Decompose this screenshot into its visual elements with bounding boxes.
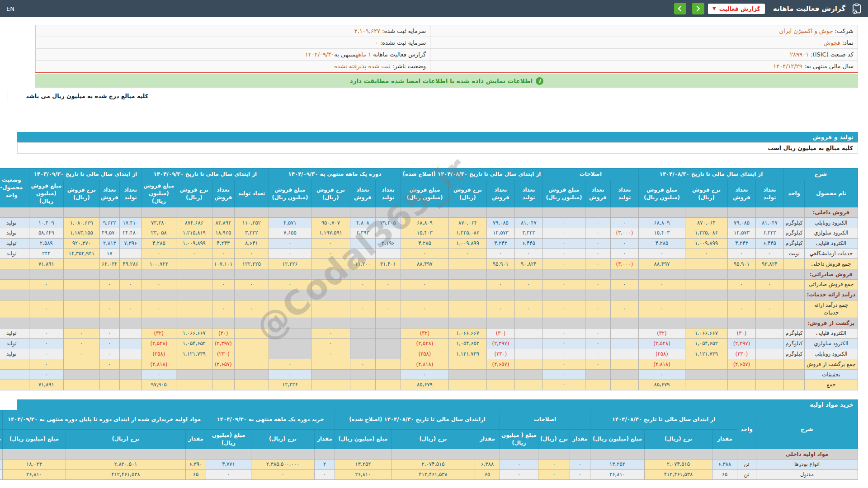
value-cell: ۰: [585, 228, 610, 238]
info-field: شرکت: جوش و اکسیژن ایران: [430, 25, 858, 37]
value-cell: [269, 338, 311, 349]
section-cell: [685, 290, 727, 300]
value-cell: ۰: [29, 328, 63, 338]
section-cell: [727, 318, 755, 328]
value-cell: (۳۲): [638, 328, 685, 338]
value-cell: [448, 259, 486, 269]
value-cell: [234, 380, 269, 390]
section-title: مواد اولیه داخلی: [756, 449, 858, 460]
value-cell: ۰: [401, 249, 448, 259]
signature-notice-text: اطلاعات نمایش داده شده با اطلاعات امضا ش…: [350, 77, 533, 84]
report-type-dropdown[interactable]: گزارش فعالیت ▼: [708, 4, 765, 14]
value-cell: ۴,۲۸۵: [638, 238, 685, 249]
value-cell: ۰: [542, 380, 585, 390]
column-header: تعداد فروش: [727, 180, 755, 207]
value-cell: ۰: [269, 249, 311, 259]
value-cell: ۰: [638, 300, 685, 318]
section-cell: [350, 269, 375, 280]
value-cell: ۰: [119, 279, 142, 290]
chevron-left-button[interactable]: [674, 3, 686, 14]
chevron-right-button[interactable]: [692, 3, 704, 14]
value-cell: ۹۵,۹۰۱: [727, 259, 755, 269]
value-cell: [375, 249, 401, 259]
value-cell: ۰: [542, 370, 585, 380]
value-cell: ۱۵,۴۰۳: [401, 228, 448, 238]
value-cell: ۲۳,۰۵۸: [142, 228, 176, 238]
value-cell: [610, 370, 638, 380]
value-cell: ۰: [585, 338, 610, 349]
column-header: مقدار: [315, 429, 335, 449]
column-header: از ابتدای سال مالی تا تاریخ ۱۴۰۴/۰۹/۳۰: [142, 169, 269, 180]
status-cell: تولید: [0, 218, 29, 228]
column-header: تعداد تولید: [755, 180, 783, 207]
value-cell: ۰: [99, 359, 119, 370]
value-cell: (۳۲): [142, 328, 176, 338]
info-field: گزارش فعالیت ماهانه ۱ ماههمنتهی به۱۴۰۴/۰…: [36, 49, 430, 61]
value-cell: [119, 370, 142, 380]
value-cell: ۱,۰۶۶,۶۶۷: [685, 328, 727, 338]
value-cell: ۰: [269, 370, 311, 380]
value-cell: ۴,۵۷۱: [269, 218, 311, 228]
value-cell: ۹۳,۸۲۴: [755, 259, 783, 269]
value-cell: ۰: [638, 249, 685, 259]
column-header: تعداد تولید: [234, 180, 269, 207]
value-cell: [448, 359, 486, 370]
section-cell: [119, 318, 142, 328]
value-cell: ۰: [119, 300, 142, 318]
value-cell: ۴۹,۵۷۰: [99, 228, 119, 238]
section-title: درآمد ارائه خدمات:: [805, 290, 858, 300]
value-cell: ۷۱,۸۹۱: [29, 259, 63, 269]
value-cell: ۳,۳۳۲: [514, 228, 542, 238]
value-cell: ۰: [542, 338, 585, 349]
column-header: مبلغ ( میلیون ریال): [500, 429, 538, 449]
value-cell: [99, 380, 119, 390]
value-cell: [448, 380, 486, 390]
value-cell: ۶,۴۴۵: [514, 238, 542, 249]
section-cell: [645, 449, 712, 460]
value-cell: [514, 349, 542, 359]
language-switch-en[interactable]: EN: [6, 5, 14, 12]
value-cell: [176, 380, 212, 390]
amounts-note-box: کلیه مبالغ درج شده به میلیون ریال می باش…: [8, 91, 153, 101]
column-header: اصلاحات: [500, 410, 590, 429]
value-cell: ۲۴۴: [29, 249, 63, 259]
unit-note-text: کلیه مبالغ به میلیون ریال است: [768, 145, 853, 151]
section-cell: [99, 207, 119, 218]
section-cell: [176, 269, 212, 280]
value-cell: (۳,۰۰۰): [610, 259, 638, 269]
raw-materials-table: شرحواحداز ابتدای سال مالی تا تاریخ ۱۴۰۴/…: [0, 410, 858, 480]
value-cell: (۲,۵۲۸): [401, 338, 448, 349]
product-unit: تن: [737, 459, 756, 469]
value-cell: ۴,۷۷۱: [206, 459, 251, 469]
value-cell: ۰: [99, 328, 119, 338]
section-cell: [311, 290, 350, 300]
value-cell: [448, 279, 486, 290]
value-cell: ۰: [542, 300, 585, 318]
value-cell: ۰: [311, 238, 350, 249]
value-cell: ۰: [448, 249, 486, 259]
section-cell: [234, 269, 269, 280]
value-cell: ۰: [401, 370, 448, 380]
value-cell: ۰: [486, 279, 514, 290]
value-cell: ۵۸,۶۴۹: [29, 228, 63, 238]
section-cell: [685, 318, 727, 328]
value-cell: [119, 380, 142, 390]
value-cell: ۲,۵۸۹: [29, 238, 63, 249]
product-unit: تن: [737, 469, 756, 480]
value-cell: [63, 370, 99, 380]
value-cell: ۸: [0, 459, 2, 469]
column-header: مقدار: [475, 429, 500, 449]
value-cell: ۷,۳۹۶: [119, 238, 142, 249]
section-cell: [755, 207, 783, 218]
value-cell: [350, 249, 375, 259]
value-cell: ۰: [610, 279, 638, 290]
value-cell: ۶,۳۸۸: [475, 459, 500, 469]
value-cell: [234, 338, 269, 349]
value-cell: ۱,۲۲۵,۰۸۶: [685, 228, 727, 238]
total-unit: [783, 279, 804, 290]
status-cell: تولید: [0, 238, 29, 249]
value-cell: ۰: [269, 359, 311, 370]
section-cell: [392, 449, 475, 460]
value-cell: [755, 338, 783, 349]
value-cell: [685, 259, 727, 269]
